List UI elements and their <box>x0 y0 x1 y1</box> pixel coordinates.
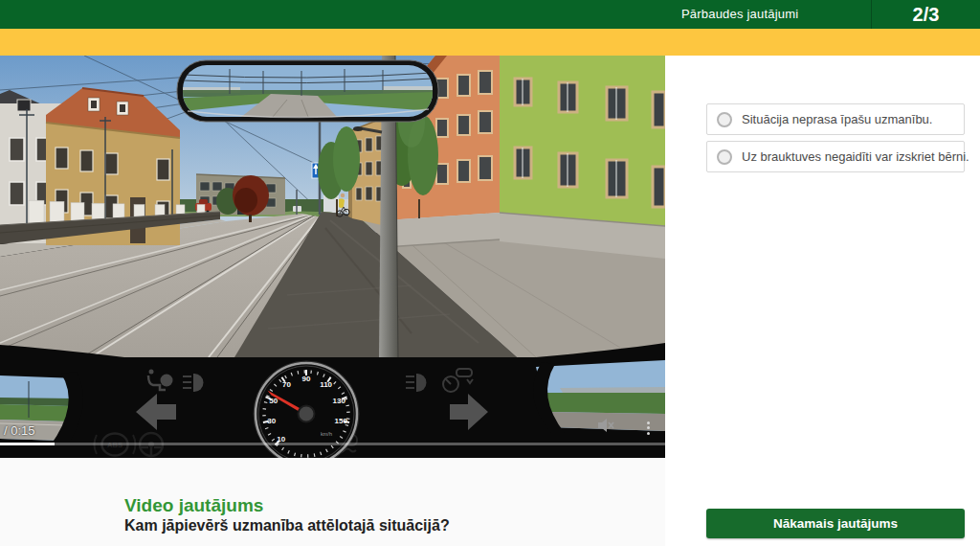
rearview-mirror <box>177 60 438 122</box>
exam-app: Pārbaudes jautājumi 2/3 <box>0 0 980 546</box>
next-question-button[interactable]: Nākamais jautājums <box>706 509 965 538</box>
muted-volume-icon[interactable] <box>595 415 616 436</box>
speed-label: 150 <box>335 417 348 425</box>
speed-label: 130 <box>333 397 346 405</box>
speed-label: 70 <box>282 380 291 389</box>
video-player[interactable]: ABS <box>0 56 665 458</box>
question-text: Kam jāpievērš uzmanība attēlotajā situāc… <box>124 517 450 535</box>
radio-unselected-icon[interactable] <box>717 149 732 165</box>
header-title: Pārbaudes jautājumi <box>681 7 798 21</box>
answer-option-label: Situācija neprasa īpašu uzmanību. <box>742 112 932 126</box>
question-counter: 2/3 <box>872 4 980 26</box>
driving-scene: ABS <box>0 56 665 458</box>
answers-panel: Situācija neprasa īpašu uzmanību. Uz bra… <box>665 56 980 546</box>
accent-bar <box>0 29 980 56</box>
question-area: Video jautājums Kam jāpievērš uzmanība a… <box>0 458 665 546</box>
header-bar: Pārbaudes jautājumi 2/3 <box>0 0 980 29</box>
speed-label: 30 <box>267 417 276 425</box>
radio-unselected-icon[interactable] <box>717 112 732 127</box>
dashboard: ABS <box>0 343 665 458</box>
speed-label: 90 <box>302 375 311 383</box>
question-type-heading: Video jautājums <box>124 495 263 516</box>
answer-option-label: Uz brauktuves negaidīti var izskriet bēr… <box>742 149 969 164</box>
video-progress-bar[interactable] <box>0 443 665 445</box>
answer-option-2[interactable]: Uz brauktuves negaidīti var izskriet bēr… <box>706 141 965 172</box>
answer-option-1[interactable]: Situācija neprasa īpašu uzmanību. <box>706 103 965 135</box>
video-timestamp: / 0:15 <box>4 423 35 438</box>
video-progress-played <box>0 443 55 445</box>
speed-unit: km/h <box>321 431 332 437</box>
kebab-menu-icon[interactable] <box>643 419 653 438</box>
speed-label: 110 <box>320 380 332 389</box>
